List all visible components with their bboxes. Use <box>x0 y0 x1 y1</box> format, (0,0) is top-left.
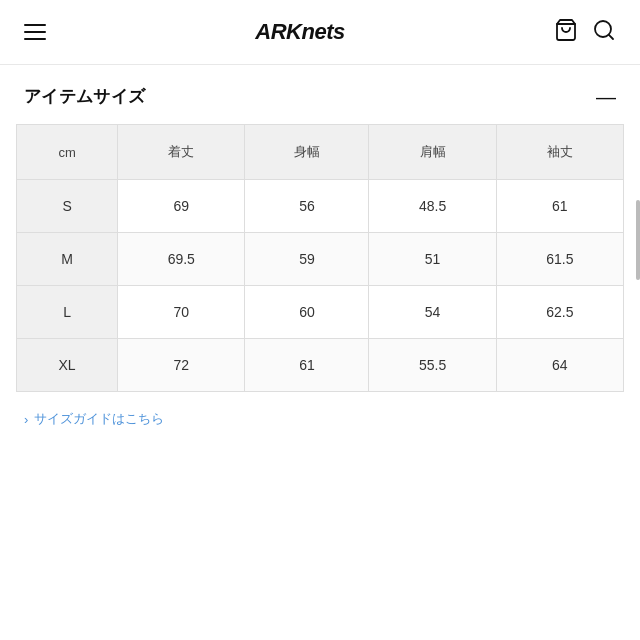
col2-cell: 56 <box>245 180 369 233</box>
col3-cell: 48.5 <box>369 180 496 233</box>
col-header-4: 袖丈 <box>496 125 623 180</box>
col2-cell: 61 <box>245 339 369 392</box>
logo: ARKnets <box>255 19 344 45</box>
col-header-3: 肩幅 <box>369 125 496 180</box>
col1-cell: 69.5 <box>118 233 245 286</box>
header: ARKnets <box>0 0 640 65</box>
col-header-2: 身幅 <box>245 125 369 180</box>
svg-line-2 <box>609 35 613 39</box>
collapse-icon[interactable]: — <box>596 87 616 107</box>
table-row: M 69.5 59 51 61.5 <box>17 233 624 286</box>
col3-cell: 55.5 <box>369 339 496 392</box>
size-cell: XL <box>17 339 118 392</box>
table-row: S 69 56 48.5 61 <box>17 180 624 233</box>
cart-icon[interactable] <box>554 18 578 46</box>
size-cell: L <box>17 286 118 339</box>
col4-cell: 62.5 <box>496 286 623 339</box>
col1-cell: 70 <box>118 286 245 339</box>
col2-cell: 60 <box>245 286 369 339</box>
col-header-cm: cm <box>17 125 118 180</box>
section-title: アイテムサイズ <box>24 85 145 108</box>
section-header: アイテムサイズ — <box>0 65 640 124</box>
size-table-wrapper: cm 着丈 身幅 肩幅 袖丈 S 69 56 48.5 61 M 69.5 59… <box>0 124 640 392</box>
table-header-row: cm 着丈 身幅 肩幅 袖丈 <box>17 125 624 180</box>
col4-cell: 64 <box>496 339 623 392</box>
col2-cell: 59 <box>245 233 369 286</box>
col-header-1: 着丈 <box>118 125 245 180</box>
size-guide-link[interactable]: サイズガイドはこちら <box>34 410 164 428</box>
col4-cell: 61.5 <box>496 233 623 286</box>
size-cell: M <box>17 233 118 286</box>
menu-icon[interactable] <box>24 24 46 40</box>
col3-cell: 54 <box>369 286 496 339</box>
header-right <box>554 18 616 46</box>
size-cell: S <box>17 180 118 233</box>
scrollbar[interactable] <box>636 200 640 280</box>
table-row: XL 72 61 55.5 64 <box>17 339 624 392</box>
size-guide-link-container: › サイズガイドはこちら <box>0 392 640 446</box>
col1-cell: 69 <box>118 180 245 233</box>
table-row: L 70 60 54 62.5 <box>17 286 624 339</box>
size-table: cm 着丈 身幅 肩幅 袖丈 S 69 56 48.5 61 M 69.5 59… <box>16 124 624 392</box>
col3-cell: 51 <box>369 233 496 286</box>
chevron-right-icon: › <box>24 412 28 427</box>
header-left <box>24 24 46 40</box>
col1-cell: 72 <box>118 339 245 392</box>
col4-cell: 61 <box>496 180 623 233</box>
search-icon[interactable] <box>592 18 616 46</box>
